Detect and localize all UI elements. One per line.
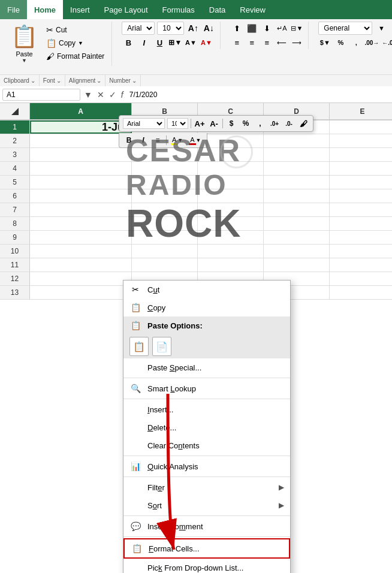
row-header-7[interactable]: 7 bbox=[0, 203, 30, 216]
mini-size-select[interactable]: 10 bbox=[167, 118, 188, 129]
cell-a6[interactable] bbox=[30, 189, 132, 203]
decrease-indent-button[interactable]: ⟵ bbox=[275, 36, 288, 49]
cell-e6[interactable] bbox=[330, 189, 392, 203]
cell-e9[interactable] bbox=[330, 231, 392, 244]
row-header-13[interactable]: 13 bbox=[0, 286, 30, 299]
formula-input[interactable] bbox=[127, 89, 390, 100]
menu-data[interactable]: Data bbox=[202, 0, 233, 19]
cell-a7[interactable] bbox=[30, 203, 132, 216]
merge-button[interactable]: ⊟▼ bbox=[290, 22, 303, 35]
cell-a1[interactable]: 1-Jul bbox=[30, 120, 132, 134]
cell-e11[interactable] bbox=[330, 258, 392, 272]
cell-e8[interactable] bbox=[330, 217, 392, 230]
cell-b7[interactable] bbox=[132, 203, 198, 216]
column-header-e[interactable]: E bbox=[330, 103, 392, 120]
mini-font-color-button[interactable]: A▼ bbox=[187, 135, 203, 146]
cell-b4[interactable] bbox=[132, 162, 198, 175]
row-header-2[interactable]: 2 bbox=[0, 134, 30, 147]
border-button[interactable]: ⊞▼ bbox=[168, 36, 182, 49]
cell-c11[interactable] bbox=[198, 258, 264, 272]
cell-b11[interactable] bbox=[132, 258, 198, 272]
mini-increase-font-button[interactable]: A+ bbox=[194, 117, 206, 129]
increase-font-button[interactable]: A↑ bbox=[186, 22, 200, 35]
cell-d10[interactable] bbox=[264, 245, 330, 258]
cell-b8[interactable] bbox=[132, 217, 198, 230]
context-menu-cut[interactable]: ✂ Cut bbox=[123, 281, 290, 298]
select-all-button[interactable] bbox=[0, 103, 30, 120]
cell-c6[interactable] bbox=[198, 189, 264, 203]
comma-button[interactable]: , bbox=[349, 36, 363, 49]
row-header-3[interactable]: 3 bbox=[0, 148, 30, 161]
fill-color-button[interactable]: A▼ bbox=[184, 36, 197, 49]
cell-e12[interactable] bbox=[330, 272, 392, 285]
cell-d6[interactable] bbox=[264, 189, 330, 203]
cell-d11[interactable] bbox=[264, 258, 330, 272]
bold-button[interactable]: B bbox=[122, 36, 135, 49]
context-menu-filter[interactable]: Filter ▶ bbox=[123, 478, 290, 496]
cancel-formula-icon[interactable]: ✕ bbox=[96, 89, 105, 101]
cell-e5[interactable] bbox=[330, 176, 392, 189]
cell-d8[interactable] bbox=[264, 217, 330, 230]
font-group-label[interactable]: Font ⌄ bbox=[40, 75, 65, 86]
mini-percent-button[interactable]: % bbox=[240, 117, 252, 129]
mini-paint-icon[interactable]: 🖌 bbox=[297, 117, 309, 129]
align-bottom-button[interactable]: ⬇ bbox=[260, 22, 273, 35]
cell-a5[interactable] bbox=[30, 176, 132, 189]
cell-a3[interactable] bbox=[30, 148, 132, 161]
increase-decimal-button[interactable]: .00→ bbox=[365, 36, 378, 49]
align-right-button[interactable]: ≡ bbox=[260, 36, 273, 49]
cell-a8[interactable] bbox=[30, 217, 132, 230]
cell-e3[interactable] bbox=[330, 148, 392, 161]
cell-a11[interactable] bbox=[30, 258, 132, 272]
cell-d3[interactable] bbox=[264, 148, 330, 161]
mini-decrease-font-button[interactable]: A- bbox=[208, 117, 220, 129]
align-center-button[interactable]: ≡ bbox=[245, 36, 258, 49]
cell-c5[interactable] bbox=[198, 176, 264, 189]
cell-d7[interactable] bbox=[264, 203, 330, 216]
context-menu-format-cells[interactable]: 📋 Format Cells... bbox=[123, 538, 290, 559]
cell-b6[interactable] bbox=[132, 189, 198, 203]
menu-page-layout[interactable]: Page Layout bbox=[97, 0, 155, 19]
number-format-options-button[interactable]: ▼ bbox=[375, 22, 388, 35]
clipboard-group-label[interactable]: Clipboard ⌄ bbox=[0, 75, 40, 86]
number-format-select[interactable]: General bbox=[318, 22, 372, 35]
cell-c7[interactable] bbox=[198, 203, 264, 216]
paste-button[interactable]: 📋 Paste ▼ bbox=[7, 22, 41, 66]
mini-italic-button[interactable]: I bbox=[137, 134, 149, 146]
context-menu-clear-contents[interactable]: Clear Contents bbox=[123, 436, 290, 454]
cell-e4[interactable] bbox=[330, 162, 392, 175]
row-header-4[interactable]: 4 bbox=[0, 162, 30, 175]
cell-a4[interactable] bbox=[30, 162, 132, 175]
clipboard-expand-icon[interactable]: ⌄ bbox=[31, 77, 35, 84]
cell-e13[interactable] bbox=[330, 286, 392, 299]
decrease-font-button[interactable]: A↓ bbox=[202, 22, 215, 35]
cell-c2[interactable] bbox=[198, 134, 264, 147]
menu-home[interactable]: Home bbox=[27, 0, 63, 19]
cell-c9[interactable] bbox=[198, 231, 264, 244]
row-header-5[interactable]: 5 bbox=[0, 176, 30, 189]
copy-button[interactable]: 📋 Copy ▼ bbox=[44, 37, 107, 49]
cell-d4[interactable] bbox=[264, 162, 330, 175]
cell-b3[interactable] bbox=[132, 148, 198, 161]
cell-c3[interactable] bbox=[198, 148, 264, 161]
cell-e2[interactable] bbox=[330, 134, 392, 147]
cell-a12[interactable] bbox=[30, 272, 132, 285]
cell-c4[interactable] bbox=[198, 162, 264, 175]
cell-b9[interactable] bbox=[132, 231, 198, 244]
decrease-decimal-button[interactable]: ←.0 bbox=[381, 36, 392, 49]
alignment-group-label[interactable]: Alignment ⌄ bbox=[65, 75, 105, 86]
cell-d5[interactable] bbox=[264, 176, 330, 189]
align-left-button[interactable]: ≡ bbox=[230, 36, 243, 49]
wrap-text-button[interactable]: ↵A bbox=[275, 22, 288, 35]
context-menu-sort[interactable]: Sort ▶ bbox=[123, 496, 290, 514]
cell-a2[interactable] bbox=[30, 134, 132, 147]
row-header-1[interactable]: 1 bbox=[0, 120, 30, 134]
confirm-formula-icon[interactable]: ✓ bbox=[108, 89, 117, 101]
font-expand-icon[interactable]: ⌄ bbox=[56, 77, 61, 84]
cell-d2[interactable] bbox=[264, 134, 330, 147]
mini-comma-button[interactable]: , bbox=[254, 117, 266, 129]
mini-font-select[interactable]: Arial bbox=[123, 118, 165, 129]
number-group-label[interactable]: Number ⌄ bbox=[105, 75, 141, 86]
name-box[interactable] bbox=[2, 89, 80, 101]
align-top-button[interactable]: ⬆ bbox=[230, 22, 243, 35]
